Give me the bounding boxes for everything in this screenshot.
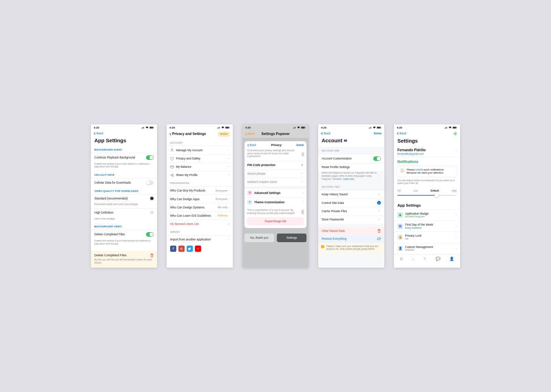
row-share-profile[interactable]: Share My Profile› (167, 171, 233, 179)
signal-icon (293, 126, 296, 129)
twitter-icon[interactable] (187, 246, 193, 252)
back-button[interactable]: Back (94, 132, 103, 135)
mailbox-icon: 📭 (344, 139, 347, 143)
row-passwords[interactable]: Store Passwords✓ (318, 215, 384, 224)
row-pin[interactable]: PIN Code protection✓ (245, 161, 306, 169)
tab-grid-icon[interactable]: ⊞ (400, 257, 403, 261)
settings-button[interactable]: Settings (277, 234, 306, 242)
sheet-done-button[interactable]: Done (297, 143, 304, 147)
toggle-cellular[interactable] (146, 180, 154, 185)
enable-link[interactable]: enable (415, 168, 423, 171)
tab-search-icon[interactable]: ⌕ (412, 257, 414, 261)
toggle-playback[interactable] (146, 155, 154, 160)
back-button[interactable]: Back (321, 132, 331, 135)
tab-edit-icon[interactable]: ✎ (423, 257, 426, 261)
back-button[interactable]: Back (397, 132, 406, 135)
row-theme[interactable]: ✦Theme Customization› (245, 197, 306, 207)
signal-icon (141, 126, 145, 129)
svg-rect-16 (377, 127, 380, 128)
row-cellular[interactable]: Cellular Data for Downloads (91, 178, 157, 187)
row-clear-data[interactable]: Clear Saved Data (318, 227, 384, 235)
section-header: CELLULIT DATA (91, 171, 157, 178)
row-playback-bg[interactable]: Continue Playback Background (91, 153, 157, 162)
facebook-icon[interactable]: f (170, 246, 176, 252)
tab-profile-icon[interactable]: 👤 (449, 257, 454, 261)
sheet-desc: Customize your privacy settings and choo… (245, 149, 306, 161)
screen-popover: 4:20 Back Settings Popover Back Privacy … (242, 124, 309, 268)
row-customization[interactable]: Account Customization (318, 154, 384, 163)
nav-back[interactable]: Back (91, 131, 157, 137)
row-history[interactable]: Keep History Saved✓ (318, 190, 384, 198)
row-pref-1[interactable]: Who Can Buy My ProductsEveryone› (167, 186, 233, 195)
google-icon[interactable]: G (178, 246, 185, 252)
row-pref-2[interactable]: Why Can Design AppsEveryone› (167, 195, 233, 203)
row-reset-profile[interactable]: Reset Profile Settings (318, 163, 384, 171)
status-bar: 4:20 (394, 124, 460, 131)
trash-icon (150, 254, 154, 257)
status-bar: 4:20 (242, 124, 309, 131)
supercharge-button[interactable]: Supercharge Me (247, 217, 304, 225)
tab-chat-icon[interactable]: 💬 (436, 257, 440, 261)
notif-text: Please enable push notifications Because… (407, 168, 454, 175)
notification-card[interactable]: Please enable push notifications Because… (397, 166, 457, 177)
row-hd-quality[interactable]: High Definition (91, 208, 157, 217)
back-button[interactable]: Back (245, 132, 255, 136)
status-icons (141, 126, 154, 129)
toggle-delete-completed[interactable] (146, 232, 154, 237)
svg-point-21 (455, 133, 456, 134)
done-button[interactable]: Done (374, 132, 382, 135)
slider-knob[interactable] (435, 193, 439, 197)
row-restore[interactable]: Restore Everything (318, 235, 384, 243)
row-cache[interactable]: Cache Private Files✓ (318, 207, 384, 215)
svg-point-6 (171, 149, 173, 150)
row-privacy-safety[interactable]: Privacy and Safety› (167, 154, 233, 163)
row-banned-users[interactable]: My Banned Users List› (167, 220, 233, 228)
nav-bar: Back Settings Popover (242, 131, 309, 139)
row-standard-quality[interactable]: Standard (recommended) (91, 194, 157, 203)
status-bar: 4:20 (318, 124, 384, 131)
row-pref-3[interactable]: Who Can Design SystemsMe only› (167, 203, 233, 212)
row-custom-mgmt[interactable]: 👤Custom ManagementDisabled› (394, 243, 460, 254)
row-site-data[interactable]: Control Site Data✓ (318, 198, 384, 207)
row-import[interactable]: Import from another application› (167, 235, 233, 244)
frequency-slider[interactable]: Off Low Default High (394, 187, 460, 200)
toggle-customization[interactable] (373, 156, 381, 161)
row-first-day[interactable]: ▦First Day of the WeekEvery weekend› (394, 220, 460, 231)
row-privacy-lock[interactable]: 🔒Privacy LockOff› (394, 231, 460, 243)
section-note: When this feature is turned on, Fappster… (318, 171, 384, 183)
share-icon (170, 173, 174, 177)
row-delete-completed[interactable]: Delete Completed Files (91, 230, 157, 239)
row-desc: Enable this setting if you'd like lesson… (91, 239, 157, 248)
row-secret[interactable]: Secret phrase✓ (245, 169, 306, 177)
youtube-icon[interactable] (195, 246, 201, 252)
sheet-back-button[interactable]: Back (247, 143, 256, 147)
section-header: SECTION TWO (318, 183, 384, 190)
svg-rect-17 (381, 127, 381, 128)
svg-rect-20 (457, 127, 457, 128)
row-pref-4[interactable]: Who Can Learn iOS GuidelinesNobody› (167, 212, 233, 220)
action-pill[interactable]: Action (218, 132, 230, 137)
profile-row[interactable]: Fernando Pidrilio fernandilio@gmail.com … (394, 146, 460, 157)
row-app-badge[interactable]: ◉Application BadgeAll Habit Required› (394, 209, 460, 220)
back-button[interactable]: Privacy and Settings (169, 132, 206, 136)
row-advanced[interactable]: ⚙Advanced Settings› (245, 188, 306, 197)
no-thanks-button[interactable]: No, thank you (245, 234, 274, 242)
person-icon: 👤 (397, 246, 403, 251)
svg-point-14 (302, 211, 304, 213)
page-title: Account (322, 137, 342, 144)
signal-icon (368, 126, 372, 129)
row-my-balance[interactable]: My Balance› (167, 163, 233, 171)
row-manage-account[interactable]: Manage My Account› (167, 146, 233, 154)
page-title: Privacy and Settings (172, 132, 206, 136)
lock-icon: 🔒 (397, 235, 403, 240)
row-desc: Enable this setting if you'd like videos… (91, 162, 157, 171)
delete-files-card[interactable]: Delete Completed Files By this you will … (91, 251, 157, 268)
svg-rect-5 (229, 127, 230, 128)
card-icon (170, 165, 174, 169)
row-maiden[interactable]: Mother's maiden name✓ (245, 178, 306, 186)
nav-bar: Back (394, 131, 460, 138)
gear-icon[interactable] (453, 132, 457, 136)
fingerprint-icon (301, 151, 304, 156)
battery-icon (453, 126, 457, 129)
learn-less-link[interactable]: Learn less (343, 178, 354, 180)
